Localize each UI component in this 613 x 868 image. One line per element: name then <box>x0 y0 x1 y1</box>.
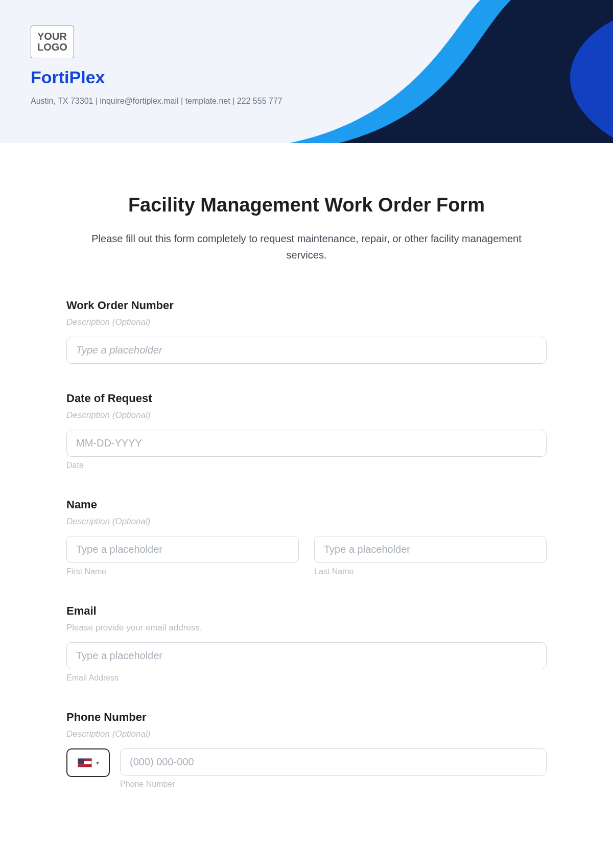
input-phone[interactable] <box>120 748 547 776</box>
label-phone: Phone Number <box>66 711 547 724</box>
form-container: Facility Management Work Order Form Plea… <box>0 143 613 837</box>
field-date-request: Date of Request Description (Optional) D… <box>66 392 547 470</box>
desc-work-order: Description (Optional) <box>66 317 547 327</box>
desc-phone: Description (Optional) <box>66 729 547 739</box>
logo-text-line1: YOUR <box>37 31 67 42</box>
field-phone: Phone Number Description (Optional) ▾ Ph… <box>66 711 547 789</box>
sublabel-date-request: Date <box>66 461 547 470</box>
input-last-name[interactable] <box>314 536 547 563</box>
chevron-down-icon: ▾ <box>96 759 99 766</box>
desc-email: Please provide your email address. <box>66 623 547 633</box>
label-name: Name <box>66 498 547 511</box>
input-date-request[interactable] <box>66 430 547 457</box>
logo-placeholder: YOUR LOGO <box>31 26 74 58</box>
flag-usa-icon <box>78 758 92 767</box>
sublabel-phone: Phone Number <box>120 780 547 789</box>
label-email: Email <box>66 604 547 618</box>
input-first-name[interactable] <box>66 536 299 563</box>
country-code-select[interactable]: ▾ <box>66 748 110 777</box>
desc-date-request: Description (Optional) <box>66 410 547 420</box>
input-work-order[interactable] <box>66 337 547 364</box>
field-name: Name Description (Optional) First Name L… <box>66 498 547 576</box>
company-name: FortiPlex <box>31 67 582 87</box>
header-banner: YOUR LOGO FortiPlex Austin, TX 73301 | i… <box>0 0 613 143</box>
input-email[interactable] <box>66 642 547 669</box>
label-date-request: Date of Request <box>66 392 547 405</box>
logo-text-line2: LOGO <box>37 41 67 53</box>
sublabel-last-name: Last Name <box>314 567 547 576</box>
sublabel-email: Email Address <box>66 673 547 683</box>
form-title: Facility Management Work Order Form <box>66 194 547 216</box>
field-email: Email Please provide your email address.… <box>66 604 547 683</box>
field-work-order: Work Order Number Description (Optional) <box>66 299 547 364</box>
label-work-order: Work Order Number <box>66 299 547 312</box>
company-contact-info: Austin, TX 73301 | inquire@fortiplex.mai… <box>31 97 582 106</box>
desc-name: Description (Optional) <box>66 517 547 527</box>
form-subtitle: Please fill out this form completely to … <box>66 230 547 263</box>
sublabel-first-name: First Name <box>66 567 299 576</box>
